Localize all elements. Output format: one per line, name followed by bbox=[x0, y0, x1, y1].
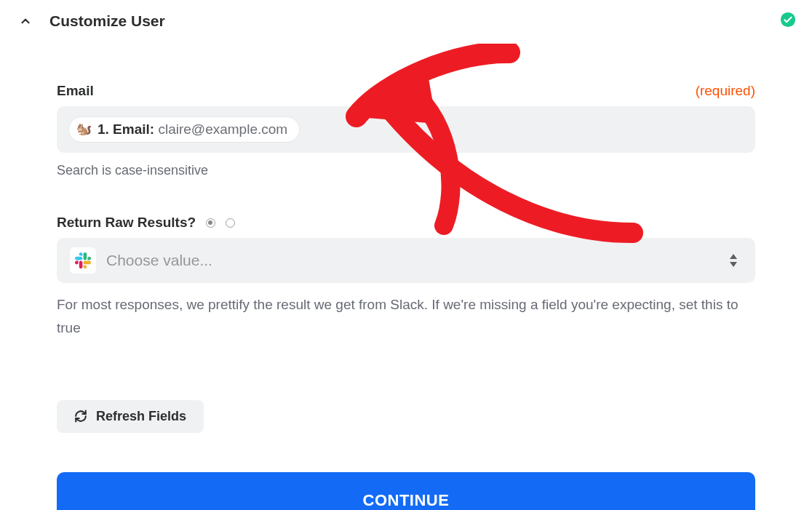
collapse-toggle[interactable] bbox=[15, 10, 36, 32]
radio-option-unselected[interactable] bbox=[226, 218, 235, 228]
raw-results-select[interactable]: Choose value... bbox=[57, 238, 755, 283]
refresh-icon bbox=[74, 410, 87, 423]
raw-help-text: For most responses, we prettify the resu… bbox=[57, 293, 755, 340]
required-tag: (required) bbox=[696, 83, 755, 99]
email-help-text: Search is case-insensitive bbox=[57, 162, 755, 180]
refresh-button-label: Refresh Fields bbox=[96, 409, 186, 424]
app-emoji-icon: 🐿️ bbox=[76, 122, 92, 137]
email-value-pill[interactable]: 🐿️ 1. Email: claire@example.com bbox=[68, 116, 300, 143]
email-input[interactable]: 🐿️ 1. Email: claire@example.com bbox=[57, 106, 755, 153]
email-label: Email bbox=[57, 83, 94, 99]
email-field-group: Email (required) 🐿️ 1. Email: claire@exa… bbox=[57, 83, 755, 180]
form-body: Email (required) 🐿️ 1. Email: claire@exa… bbox=[0, 39, 812, 510]
raw-label-row: Return Raw Results? bbox=[57, 215, 755, 231]
select-placeholder: Choose value... bbox=[106, 252, 212, 269]
slack-icon bbox=[70, 247, 96, 274]
sort-caret-icon bbox=[729, 254, 738, 267]
raw-results-label: Return Raw Results? bbox=[57, 215, 196, 231]
field-header: Email (required) bbox=[57, 83, 755, 99]
radio-option-selected[interactable] bbox=[206, 218, 215, 228]
chevron-up-icon bbox=[19, 15, 32, 28]
continue-button-label: CONTINUE bbox=[363, 491, 450, 509]
section-title: Customize User bbox=[49, 12, 165, 30]
refresh-fields-button[interactable]: Refresh Fields bbox=[57, 400, 204, 433]
pill-prefix: 1. Email: bbox=[97, 121, 154, 137]
continue-button[interactable]: CONTINUE bbox=[57, 472, 755, 510]
status-check-badge bbox=[780, 12, 796, 28]
raw-results-field-group: Return Raw Results? Choose value... For … bbox=[57, 215, 755, 340]
pill-value: claire@example.com bbox=[158, 121, 287, 137]
section-header: Customize User bbox=[0, 0, 812, 39]
